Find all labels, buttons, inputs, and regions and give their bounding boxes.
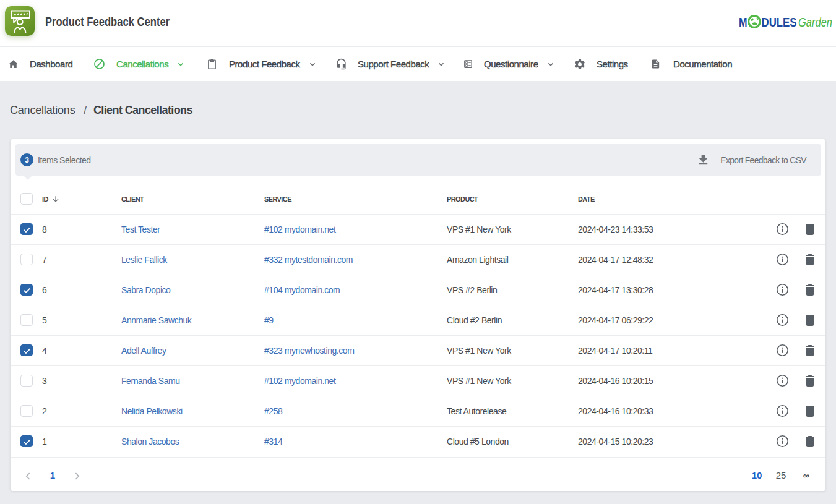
svg-text:Garden: Garden: [798, 15, 832, 29]
svg-text:DULES: DULES: [762, 15, 797, 29]
svg-text:M: M: [739, 15, 748, 29]
